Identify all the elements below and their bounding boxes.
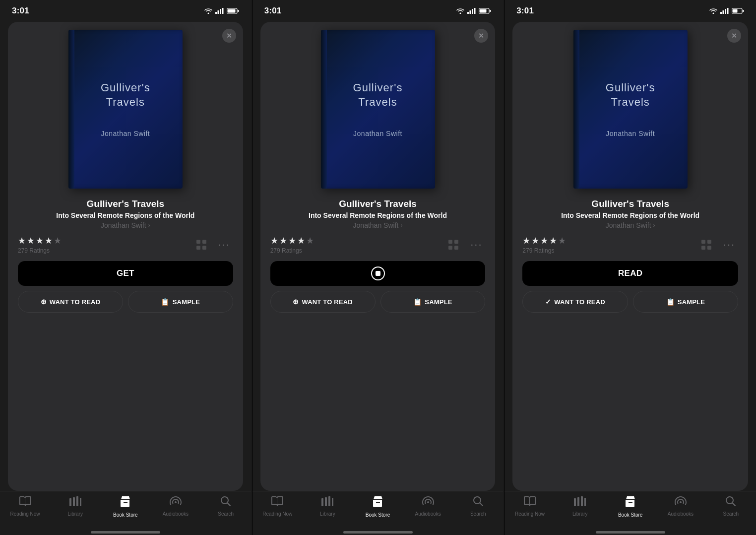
close-button-2[interactable]: ✕ — [474, 29, 488, 43]
stars-3: ★ ★ ★ ★ ★ — [522, 235, 566, 246]
nav-audiobooks-label-3: Audiobooks — [668, 511, 693, 517]
sample-btn-1[interactable]: 📋 SAMPLE — [128, 291, 233, 313]
nav-search-1[interactable]: Search — [201, 496, 251, 517]
nav-search-3[interactable]: Search — [706, 496, 756, 517]
nav-search-label-3: Search — [723, 511, 739, 517]
nav-bookstore-label-1: Book Store — [113, 512, 137, 518]
card-area-1: ✕ Gulliver'sTravels Jonathan Swift Gulli… — [8, 22, 243, 491]
status-icons-2 — [456, 8, 491, 14]
close-button-1[interactable]: ✕ — [222, 29, 236, 43]
primary-action-btn-3[interactable]: READ — [522, 261, 738, 286]
rating-left-3: ★ ★ ★ ★ ★ 279 Ratings — [522, 235, 566, 254]
ratings-count-2: 279 Ratings — [270, 247, 314, 254]
book-info-2: Gulliver's Travels Into Several Remote R… — [270, 199, 486, 229]
grid-icon-btn-3[interactable] — [697, 236, 715, 254]
rating-actions-3: ··· — [697, 236, 738, 254]
svg-rect-35 — [723, 10, 724, 14]
svg-rect-18 — [470, 10, 471, 14]
nav-bookstore-1[interactable]: Book Store — [100, 496, 150, 518]
svg-rect-3 — [222, 8, 223, 14]
nav-audiobooks-label-1: Audiobooks — [163, 511, 189, 517]
primary-action-btn-2[interactable] — [270, 261, 486, 286]
star-1-3: ★ — [36, 235, 44, 246]
svg-rect-19 — [472, 9, 473, 14]
more-icon-2: ··· — [470, 239, 482, 250]
svg-rect-29 — [325, 497, 327, 506]
battery-icon-1 — [227, 8, 239, 14]
star-2-3: ★ — [288, 235, 296, 246]
svg-rect-2 — [220, 9, 221, 14]
more-icon-1: ··· — [218, 239, 230, 250]
star-1-5: ★ — [54, 235, 62, 246]
star-2-1: ★ — [270, 235, 278, 246]
book-title-3: Gulliver's Travels — [522, 199, 738, 209]
svg-rect-30 — [328, 496, 330, 506]
book-author-link-3[interactable]: Jonathan Swift › — [522, 221, 738, 229]
bookstore-icon-2 — [373, 496, 383, 510]
wifi-icon-2 — [456, 8, 464, 14]
primary-action-btn-1[interactable]: GET — [18, 261, 233, 286]
more-btn-2[interactable]: ··· — [467, 236, 485, 254]
svg-rect-10 — [202, 246, 206, 250]
wifi-icon-3 — [709, 8, 717, 14]
nav-bookstore-label-3: Book Store — [618, 512, 642, 518]
book-cover-author-2: Jonathan Swift — [353, 130, 402, 137]
want-to-read-btn-3[interactable]: ✓ WANT TO READ — [522, 291, 628, 313]
nav-reading-now-1[interactable]: Reading Now — [0, 496, 50, 517]
nav-library-label-1: Library — [67, 511, 83, 517]
nav-audiobooks-2[interactable]: Audiobooks — [403, 496, 453, 517]
book-subtitle-1: Into Several Remote Regions of the World — [18, 211, 233, 219]
svg-rect-43 — [701, 246, 705, 250]
signal-icon-2 — [467, 8, 476, 14]
nav-audiobooks-3[interactable]: Audiobooks — [655, 496, 705, 517]
status-bar-3: 3:01 — [504, 0, 756, 22]
battery-icon-3 — [732, 8, 744, 14]
home-indicator-3 — [504, 532, 756, 535]
close-button-3[interactable]: ✕ — [727, 29, 741, 43]
more-btn-1[interactable]: ··· — [215, 236, 233, 254]
status-icons-1 — [204, 8, 239, 14]
ratings-count-1: 279 Ratings — [18, 247, 62, 254]
nav-reading-now-2[interactable]: Reading Now — [252, 496, 303, 517]
wifi-icon-1 — [204, 8, 212, 14]
svg-rect-46 — [577, 497, 579, 506]
status-time-2: 3:01 — [264, 6, 282, 16]
nav-library-2[interactable]: Library — [303, 496, 353, 517]
svg-rect-42 — [707, 240, 711, 244]
book-cover-title-3: Gulliver'sTravels — [596, 81, 665, 109]
rating-actions-1: ··· — [192, 236, 233, 254]
want-to-read-btn-1[interactable]: ⊕ WANT TO READ — [18, 291, 123, 313]
star-3-2: ★ — [531, 235, 539, 246]
book-info-3: Gulliver's Travels Into Several Remote R… — [522, 199, 738, 229]
grid-icon-btn-2[interactable] — [444, 236, 462, 254]
nav-audiobooks-1[interactable]: Audiobooks — [150, 496, 200, 517]
svg-rect-31 — [332, 498, 333, 506]
svg-rect-11 — [69, 498, 71, 506]
signal-icon-1 — [215, 8, 224, 14]
nav-library-3[interactable]: Library — [555, 496, 605, 517]
want-to-read-btn-2[interactable]: ⊕ WANT TO READ — [270, 291, 376, 313]
book-author-link-2[interactable]: Jonathan Swift › — [270, 221, 486, 229]
book-cover-3: Gulliver'sTravels Jonathan Swift — [573, 30, 688, 189]
book-author-link-1[interactable]: Jonathan Swift › — [18, 221, 233, 229]
svg-rect-5 — [238, 10, 239, 12]
nav-reading-now-3[interactable]: Reading Now — [504, 496, 555, 517]
sample-icon-1: 📋 — [161, 298, 169, 306]
library-icon-3 — [574, 496, 586, 509]
nav-bookstore-2[interactable]: Book Store — [353, 496, 403, 518]
book-info-1: Gulliver's Travels Into Several Remote R… — [18, 199, 233, 229]
nav-search-2[interactable]: Search — [453, 496, 503, 517]
author-chevron-1: › — [148, 222, 150, 229]
sample-btn-3[interactable]: 📋 SAMPLE — [633, 291, 738, 313]
stop-icon-2 — [371, 267, 385, 280]
grid-icon-btn-1[interactable] — [192, 236, 210, 254]
nav-bookstore-3[interactable]: Book Store — [605, 496, 655, 518]
sample-btn-2[interactable]: 📋 SAMPLE — [380, 291, 486, 313]
phone-panel-2: 3:01 ✕ Gulliver'sTravels Jonathan Swift … — [252, 0, 504, 535]
svg-rect-17 — [467, 12, 469, 14]
nav-bookstore-label-2: Book Store — [366, 512, 390, 518]
more-btn-3[interactable]: ··· — [720, 236, 738, 254]
nav-library-1[interactable]: Library — [50, 496, 100, 517]
svg-rect-9 — [196, 246, 200, 250]
svg-rect-20 — [474, 8, 476, 14]
